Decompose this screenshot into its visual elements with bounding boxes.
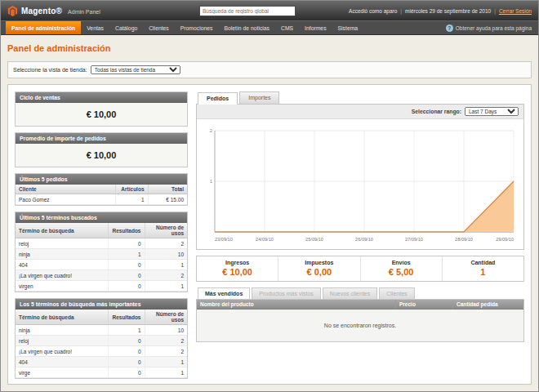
total-value: € 10,00: [197, 267, 278, 277]
last-search-table: Término de búsqueda Resultados Número de…: [16, 223, 187, 292]
total-cell: Ingresos € 10,00: [197, 256, 278, 281]
search-term-row[interactable]: reloj 0 2: [16, 336, 187, 346]
logged-in-as: Accedió como aparo: [349, 8, 397, 14]
magento-logo: Magento® Admin Panel: [7, 6, 146, 16]
total-label: Impuestos: [278, 260, 359, 265]
svg-text:24/09/10: 24/09/10: [256, 237, 274, 242]
search-term-row[interactable]: ninja 1 10: [16, 249, 187, 260]
last-search-title: Últimos 5 términos buscados: [16, 212, 187, 223]
global-search-input[interactable]: [199, 6, 296, 16]
totals-bar: Ingresos € 10,00 Impuestos € 0,00 Envíos…: [196, 256, 524, 282]
nav-item[interactable]: Panel de administración: [6, 21, 81, 34]
total-cell: Impuestos € 0,00: [278, 256, 360, 281]
lifetime-sales-title: Ciclo de ventas: [16, 92, 187, 103]
dashboard-right-column: Pedidos Importes Seleccionar rango: Last…: [196, 91, 524, 377]
average-orders-title: Promedio de importe de pedidos: [16, 133, 187, 144]
svg-text:2: 2: [210, 128, 213, 133]
store-view-label: Seleccione la vista de tienda:: [13, 67, 87, 73]
col-header: Número de usos: [145, 310, 187, 325]
svg-text:29/09/10: 29/09/10: [496, 237, 514, 242]
nav-item[interactable]: CMS: [275, 21, 299, 34]
store-view-select[interactable]: Todas las vistas de tienda: [91, 65, 180, 74]
help-label: Obtener ayuda para esta página: [456, 25, 532, 31]
svg-text:28/09/10: 28/09/10: [455, 237, 473, 242]
magento-logo-icon: [7, 6, 18, 16]
nav-item[interactable]: Clientes: [143, 21, 175, 34]
page-title: Panel de administración: [7, 43, 532, 53]
search-term-row[interactable]: virge 0 1: [16, 368, 187, 378]
search-term-row[interactable]: ¡La virgen que cuadro! 0 2: [16, 346, 187, 357]
col-header: Artículos: [115, 185, 148, 194]
grid-tab[interactable]: Productos más vistos: [252, 287, 321, 299]
top-header: Magento® Admin Panel Accedió como aparo …: [1, 1, 538, 20]
nav-item[interactable]: Catálogo: [109, 21, 143, 34]
col-header: Término de búsqueda: [16, 223, 109, 238]
empty-message: No se encontraron registros.: [197, 310, 523, 341]
total-cell: Cantidad 1: [443, 256, 523, 281]
magento-admin-window: Magento® Admin Panel Accedió como aparo …: [0, 0, 539, 392]
dashboard-panel: Ciclo de ventas € 10,00 Promedio de impo…: [7, 84, 532, 385]
col-header: Nombre del producto: [197, 300, 396, 310]
grid-tab[interactable]: Nuevos clientes: [323, 287, 377, 299]
grid-tab[interactable]: Clientes: [379, 287, 414, 299]
col-header: Resultados: [109, 223, 145, 238]
range-select[interactable]: Last 7 Days: [465, 107, 519, 116]
last-orders-box: Últimos 5 pedidos Cliente Artículos Tota…: [15, 173, 188, 206]
average-orders-box: Promedio de importe de pedidos € 10,00: [15, 132, 188, 167]
chart-toolbar: Seleccionar rango: Last 7 Days: [197, 105, 523, 119]
orders-chart-svg: 23/09/1024/09/1025/09/1026/09/1027/09/10…: [203, 124, 519, 245]
search-term-row[interactable]: ninja 1 10: [16, 325, 187, 336]
order-row[interactable]: Paco Gomez 1 € 15.00: [16, 194, 187, 205]
total-cell: Envíos € 5,00: [361, 256, 443, 281]
grid-tab[interactable]: Más vendidos: [198, 287, 250, 299]
products-table: Nombre del producto Precio Cantidad pedi…: [197, 300, 523, 310]
nav-item[interactable]: Promociones: [175, 21, 219, 34]
total-value: 1: [443, 267, 523, 277]
search-term-row[interactable]: virgen 0 1: [16, 281, 187, 292]
grid-tabs: Más vendidosProductos más vistosNuevos c…: [196, 287, 524, 299]
main-nav: Panel de administraciónVentasCatálogoCli…: [1, 20, 538, 35]
content-area: Panel de administración Seleccione la vi…: [1, 35, 538, 391]
nav-item[interactable]: Boletín de noticias: [218, 21, 275, 34]
nav-item[interactable]: Ventas: [81, 21, 109, 34]
col-header: Resultados: [109, 310, 145, 325]
svg-text:27/09/10: 27/09/10: [405, 237, 423, 242]
col-header: Número de usos: [145, 223, 187, 238]
products-grid: Nombre del producto Precio Cantidad pedi…: [196, 299, 524, 342]
tab-importes[interactable]: Importes: [239, 91, 279, 104]
lifetime-sales-box: Ciclo de ventas € 10,00: [15, 91, 188, 127]
range-label: Seleccionar rango:: [412, 109, 461, 114]
svg-text:1: 1: [210, 179, 213, 184]
svg-text:26/09/10: 26/09/10: [355, 237, 373, 242]
help-link[interactable]: ? Obtener ayuda para esta página: [446, 21, 538, 34]
logo-subtitle: Admin Panel: [68, 9, 100, 15]
search-term-row[interactable]: reloj 0 2: [16, 238, 187, 249]
nav-item[interactable]: Sistema: [332, 21, 364, 34]
last-orders-title: Últimos 5 pedidos: [16, 174, 187, 185]
total-value: € 0,00: [278, 267, 359, 277]
col-header: Precio: [396, 300, 453, 310]
col-header: Término de búsqueda: [16, 310, 109, 325]
average-orders-value: € 10,00: [16, 144, 187, 167]
nav-item[interactable]: Informes: [299, 21, 332, 34]
top-search-title: Los 5 términos de búsqueda más important…: [16, 299, 187, 310]
search-term-row[interactable]: 404 0 1: [16, 260, 187, 270]
last-search-box: Últimos 5 términos buscados Término de b…: [15, 212, 188, 292]
chart-tabs: Pedidos Importes: [196, 91, 524, 104]
lifetime-sales-value: € 10,00: [16, 103, 187, 126]
tab-pedidos[interactable]: Pedidos: [198, 92, 238, 105]
col-header: Total: [148, 185, 187, 194]
search-term-row[interactable]: 404 0 1: [16, 357, 187, 368]
svg-text:23/09/10: 23/09/10: [215, 237, 233, 242]
logout-link[interactable]: Cerrar Sesión: [499, 8, 532, 14]
top-search-table: Término de búsqueda Resultados Número de…: [16, 310, 187, 378]
search-term-row[interactable]: ¡La virgen que cuadro! 0 2: [16, 270, 187, 281]
col-header: Cantidad pedida: [453, 300, 523, 310]
total-value: € 5,00: [361, 267, 442, 277]
store-switcher: Seleccione la vista de tienda: Todas las…: [7, 61, 532, 78]
logo-text: Magento®: [21, 7, 62, 16]
last-orders-table: Cliente Artículos Total Paco Gomez 1 € 1…: [16, 185, 187, 205]
col-header: Cliente: [16, 185, 115, 194]
total-label: Cantidad: [443, 260, 523, 265]
orders-chart: 23/09/1024/09/1025/09/1026/09/1027/09/10…: [197, 119, 523, 249]
